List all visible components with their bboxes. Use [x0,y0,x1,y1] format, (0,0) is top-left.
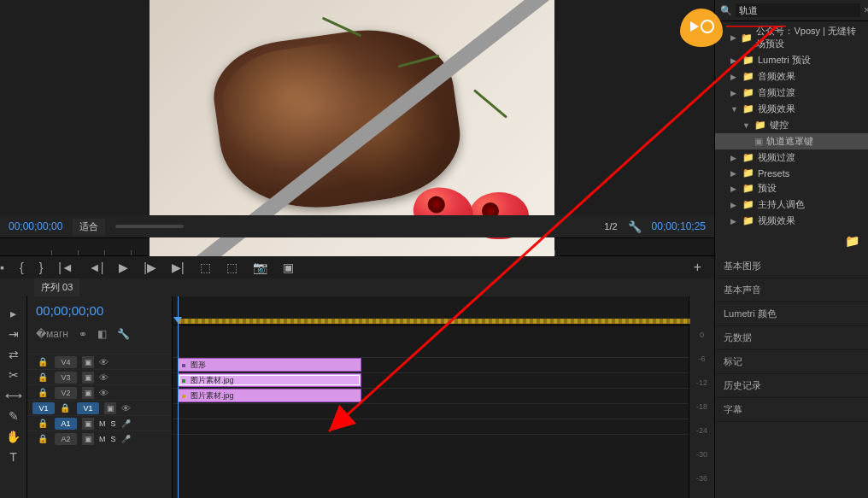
mute-icon[interactable]: M [99,419,106,428]
panel-markers[interactable]: 标记 [715,350,868,374]
track-v1-target[interactable]: V1 [77,402,99,414]
mute-icon[interactable]: M [99,435,106,443]
step-back-icon[interactable]: ◄| [89,261,104,274]
extract-icon[interactable]: ⬚ [226,261,238,274]
snap-icon[interactable]: �магн [36,328,68,340]
track-header-v2[interactable]: 🔒 V2 ▣ 👁 [27,384,172,400]
go-out-icon[interactable]: ▶| [172,261,185,274]
track-v2-target[interactable]: V2 [55,387,77,399]
source-v1[interactable]: V1 [32,402,55,414]
track-lane-a1[interactable] [173,404,689,419]
track-header-a2[interactable]: 🔒 A2 ▣ M S 🎤 [27,431,172,446]
slip-tool-icon[interactable]: ⟷ [5,389,22,402]
tree-audio-transitions[interactable]: ▶📁音频过渡 [715,85,868,101]
lock-icon[interactable]: 🔒 [38,372,50,382]
link-icon[interactable]: ⚭ [79,328,87,340]
lock-icon[interactable]: 🔒 [38,357,50,366]
work-area-bar[interactable] [178,319,690,324]
tree-track-matte-key[interactable]: ▣轨道遮罩键 [715,133,868,149]
track-lane-v4[interactable] [173,343,689,358]
voice-icon[interactable]: 🎤 [121,419,131,428]
mark-out-icon[interactable]: } [39,261,44,274]
lock-icon[interactable]: 🔒 [60,403,72,413]
track-header-v3[interactable]: 🔒 V3 ▣ 👁 [27,369,172,384]
export-frame-icon[interactable]: 📷 [253,261,267,274]
track-lane-v3[interactable]: 图形 [173,358,689,373]
timeline-timecode[interactable]: 00;00;00;00 [27,296,172,325]
tree-video-effects[interactable]: ▼📁视频效果 [715,101,868,117]
tree-audio-effects[interactable]: ▶📁音频效果 [715,68,868,85]
clip-image-v1[interactable]: 图片素材.jpg [178,389,361,402]
step-forward-icon[interactable]: |▶ [144,261,156,274]
add-marker-icon[interactable]: ▪ [0,261,4,274]
sync-lock-icon[interactable]: ▣ [82,372,94,384]
playhead[interactable] [178,296,179,498]
track-v4-target[interactable]: V4 [55,356,77,368]
tree-video-transitions[interactable]: ▶📁视频过渡 [715,149,868,166]
new-bin-icon[interactable]: 📁 [715,231,868,251]
effects-search-input[interactable] [736,3,860,17]
track-header-v4[interactable]: 🔒 V4 ▣ 👁 [27,354,172,369]
settings-wrench-icon[interactable]: 🔧 [117,328,130,340]
panel-lumetri-color[interactable]: Lumetri 颜色 [715,302,868,326]
track-lane-v2[interactable]: 图片素材.jpg [173,373,689,389]
mark-in-icon[interactable]: { [20,261,24,274]
sequence-tab[interactable]: 序列 03 [34,278,79,296]
track-a2-target[interactable]: A2 [55,433,77,445]
settings-icon[interactable]: 🔧 [628,220,642,233]
panel-essential-sound[interactable]: 基本声音 [715,278,868,302]
solo-icon[interactable]: S [111,435,116,443]
track-header-v1[interactable]: V1 🔒 V1 ▣ 👁 [27,400,172,415]
sync-lock-icon[interactable]: ▣ [82,433,94,445]
hand-tool-icon[interactable]: ✋ [6,430,21,443]
timeline-tracks[interactable]: 图形 图片素材.jpg 图片素材.jpg [173,296,689,498]
tree-preset-folder[interactable]: ▶📁公众号：Vposy | 无缝转场预设 [715,23,868,52]
timeline-ruler[interactable] [173,296,689,325]
panel-metadata[interactable]: 元数据 [715,326,868,350]
razor-tool-icon[interactable]: ✂ [9,368,19,382]
lock-icon[interactable]: 🔒 [38,419,50,428]
button-editor-icon[interactable]: + [694,260,701,275]
clip-graphic[interactable]: 图形 [178,358,361,372]
marker-span-icon[interactable]: ◧ [97,328,107,340]
voice-icon[interactable]: 🎤 [121,435,131,443]
tree-presets-en[interactable]: ▶📁Presets [715,166,868,180]
sync-lock-icon[interactable]: ▣ [104,402,116,414]
resolution-dropdown[interactable]: 1/2 [604,221,617,231]
solo-icon[interactable]: S [111,419,116,428]
type-tool-icon[interactable]: T [9,450,17,464]
sync-lock-icon[interactable]: ▣ [82,387,94,399]
track-select-tool-icon[interactable]: ⇥ [9,327,19,341]
tree-announcer-color[interactable]: ▶📁主持人调色 [715,196,868,213]
pen-tool-icon[interactable]: ✎ [9,409,19,423]
track-lane-a2[interactable] [173,419,689,435]
tree-presets-cn[interactable]: ▶📁预设 [715,180,868,196]
sync-lock-icon[interactable]: ▣ [82,356,94,368]
selection-tool-icon[interactable]: ▸ [10,307,16,320]
tree-keying[interactable]: ▼📁键控 [715,117,868,133]
track-a1-target[interactable]: A1 [55,418,77,430]
sync-lock-icon[interactable]: ▣ [82,418,94,430]
clear-search-icon[interactable]: × [864,4,868,16]
lock-icon[interactable]: 🔒 [38,434,50,443]
panel-history[interactable]: 历史记录 [715,374,868,398]
play-icon[interactable]: ▶ [119,261,128,274]
comparison-icon[interactable]: ▣ [283,261,294,274]
eye-icon[interactable]: 👁 [99,357,108,367]
clip-image-v2[interactable]: 图片素材.jpg [178,373,361,387]
eye-icon[interactable]: 👁 [121,403,131,413]
ripple-tool-icon[interactable]: ⇄ [9,348,19,361]
go-in-icon[interactable]: |◄ [58,261,73,274]
panel-essential-graphics[interactable]: 基本图形 [715,255,868,278]
tree-video-effects-2[interactable]: ▶📁视频效果 [715,213,868,229]
lift-icon[interactable]: ⬚ [200,261,211,274]
panel-captions[interactable]: 字幕 [715,398,868,422]
viewer-timecode-left[interactable]: 00;00;00;00 [9,220,62,232]
track-lane-v1[interactable]: 图片素材.jpg [173,389,689,404]
viewer-timecode-right[interactable]: 00;00;10;25 [652,220,706,232]
track-header-a1[interactable]: 🔒 A1 ▣ M S 🎤 [27,415,172,431]
track-v3-target[interactable]: V3 [55,372,77,384]
tree-lumetri-presets[interactable]: ▶📁Lumetri 预设 [715,52,868,68]
eye-icon[interactable]: 👁 [99,388,108,398]
lock-icon[interactable]: 🔒 [38,388,50,397]
